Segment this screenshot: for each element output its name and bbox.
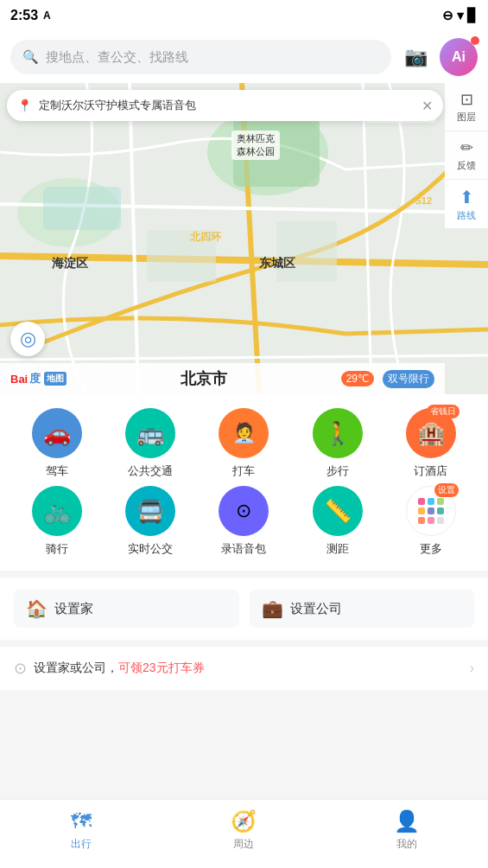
bike-icon-wrap: 🚲 [32,486,82,536]
route-icon: ⬆ [459,187,474,207]
realtime-bus-button[interactable]: 🚍 实时公交 [111,486,189,557]
voice-icon-wrap: ⊙ [219,486,269,536]
saving-badge: 省钱日 [427,405,459,418]
layers-button[interactable]: ⊡ 图层 [445,83,488,131]
battery-icon: ▊ [467,8,478,23]
coupon-icon: ⊙ [14,659,27,678]
ai-button[interactable]: Ai [440,38,478,76]
taxi-icon-wrap: 🧑‍💼 [219,408,269,458]
taxi-button[interactable]: 🧑‍💼 打车 [205,408,282,479]
taxi-label: 打车 [232,463,255,479]
camera-button[interactable]: 📷 [400,41,431,73]
bike-icon: 🚲 [43,498,71,525]
voice-label: 录语音包 [221,541,266,557]
layers-icon: ⊡ [460,90,473,109]
svg-rect-10 [43,187,121,230]
ai-badge [471,36,479,45]
work-icon: 💼 [262,598,283,619]
search-icons: 📷 Ai [400,38,478,76]
location-pin-icon: 📍 [17,99,32,112]
location-button[interactable]: ◎ [10,322,45,356]
feedback-icon: ✏ [460,138,473,157]
ai-icon: Ai [452,49,466,65]
nearby-label: 周边 [233,837,254,852]
walk-button[interactable]: 🚶 步行 [299,408,377,479]
voice-icon: ⊙ [236,500,251,522]
work-label: 设置公司 [290,601,342,617]
map-bottom-bar: Bai 度 地图 北京市 29℃ 双号限行 [0,363,445,394]
search-icon: 🔍 [22,49,39,65]
more-icon-wrap: 设置 [406,486,456,536]
realtime-bus-icon: 🚍 [136,498,164,525]
route-button[interactable]: ⬆ 路线 [445,180,488,228]
set-home-button[interactable]: 🏠 设置家 [14,590,239,628]
map-right-controls: ⊡ 图层 ✏ 反馈 ⬆ 路线 [445,83,488,228]
grid-section: 🚗 驾车 🚌 公共交通 🧑‍💼 打车 🚶 步行 🏨 省钱日 [0,394,488,571]
transit-icon-wrap: 🚌 [125,408,175,458]
home-label: 设置家 [54,601,93,617]
profile-icon: 👤 [394,809,420,833]
bottom-nav: 🗺 出行 🧭 周边 👤 我的 [0,799,488,868]
close-notification-button[interactable]: ✕ [421,98,433,114]
coupon-prefix: 设置家或公司， [34,661,118,676]
more-dots [418,498,444,524]
home-icon: 🏠 [26,598,48,619]
more-button[interactable]: 设置 更多 [392,486,470,557]
highway-label: S12 [415,195,432,206]
route-label: 路线 [457,209,476,222]
nearby-icon: 🧭 [231,809,257,833]
measure-icon: 📏 [324,498,352,525]
bike-button[interactable]: 🚲 骑行 [18,486,96,557]
map-area[interactable]: 📍 定制沃尔沃守护模式专属语音包 ✕ 奥林匹克森林公园 北京温榆河公园 海淀区 … [0,83,488,394]
measure-button[interactable]: 📏 测距 [299,486,377,557]
measure-label: 测距 [326,541,349,557]
camera-icon: 📷 [404,46,428,68]
park-label: 奥林匹克森林公园 [231,131,280,160]
limit-badge: 双号限行 [383,370,434,388]
status-bar: 2:53 A ⊖ ▾ ▊ [0,0,488,31]
more-label: 更多 [420,541,442,557]
settings-badge: 设置 [434,483,459,497]
voice-button[interactable]: ⊙ 录语音包 [205,486,282,557]
ring-road-label: 北四环 [190,230,221,245]
map-city: 北京市 [75,368,332,389]
search-bar: 🔍 搜地点、查公交、找路线 📷 Ai [0,31,488,83]
grid-row-2: 🚲 骑行 🚍 实时公交 ⊙ 录语音包 📏 测距 [10,486,478,557]
transit-button[interactable]: 🚌 公共交通 [111,408,189,479]
hotel-label: 订酒店 [414,463,447,479]
drive-icon-wrap: 🚗 [32,408,82,458]
profile-label: 我的 [396,837,417,852]
map-badge: 地图 [44,372,67,386]
nav-profile[interactable]: 👤 我的 [326,809,488,858]
set-work-button[interactable]: 💼 设置公司 [250,590,475,628]
wifi-icon: ▾ [457,8,464,23]
realtime-bus-label: 实时公交 [128,541,173,557]
coupon-highlight: 可领23元打车券 [118,661,205,676]
layers-label: 图层 [457,111,476,124]
drive-icon: 🚗 [43,420,71,447]
signal-icon: ⊖ [442,8,453,23]
hotel-button[interactable]: 🏨 省钱日 订酒店 [392,408,470,479]
nav-trip[interactable]: 🗺 出行 [0,809,162,858]
feedback-button[interactable]: ✏ 反馈 [445,131,488,180]
realtime-bus-icon-wrap: 🚍 [125,486,175,536]
coupon-section[interactable]: ⊙ 设置家或公司， 可领23元打车券 › [0,647,488,690]
notification-banner: 📍 定制沃尔沃守护模式专属语音包 ✕ [7,90,443,121]
measure-icon-wrap: 📏 [313,486,363,536]
network-icon: A [43,10,51,22]
search-input[interactable]: 🔍 搜地点、查公交、找路线 [10,40,391,74]
taxi-icon: 🧑‍💼 [232,422,256,444]
compass-icon: ◎ [20,328,36,350]
temp-badge: 29℃ [341,371,374,386]
baidu-logo: Bai 度 地图 [10,371,67,386]
drive-button[interactable]: 🚗 驾车 [18,408,96,479]
svg-rect-12 [276,221,337,282]
trip-icon: 🗺 [71,809,92,833]
hotel-icon-wrap: 🏨 省钱日 [406,408,456,458]
grid-row-1: 🚗 驾车 🚌 公共交通 🧑‍💼 打车 🚶 步行 🏨 省钱日 [10,408,478,479]
drive-label: 驾车 [46,463,68,479]
status-left: 2:53 A [10,8,51,23]
nav-nearby[interactable]: 🧭 周边 [162,809,325,858]
home-work-section: 🏠 设置家 💼 设置公司 [0,578,488,640]
trip-label: 出行 [71,837,92,852]
